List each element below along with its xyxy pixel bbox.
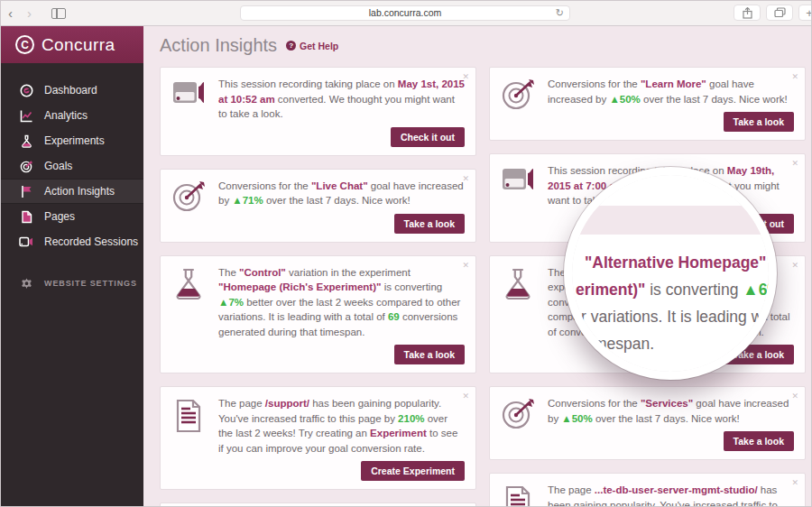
metric-up: ▲50% <box>561 413 592 424</box>
session-recording-icon <box>501 163 548 234</box>
close-icon[interactable]: ✕ <box>462 261 469 270</box>
text: Conversions for the <box>548 398 641 409</box>
recorded-sessions-icon <box>19 235 33 249</box>
card-action-button[interactable]: Take a look <box>394 214 465 234</box>
inline-link[interactable]: "Services" <box>641 398 693 409</box>
insight-text: Conversions for the "Live Chat" goal hav… <box>218 179 465 208</box>
sidebar-item-recorded-sessions[interactable]: Recorded Sessions <box>1 229 143 254</box>
inline-link[interactable]: "Control" <box>239 267 286 278</box>
text: imespan. <box>590 335 654 353</box>
sidebar-item-label: Pages <box>44 210 75 223</box>
new-tab-icon[interactable]: + <box>798 5 812 21</box>
insight-text: This session recording taking place on M… <box>218 77 465 122</box>
text: Conversions for the <box>218 180 311 191</box>
metric-up: 69 <box>388 311 400 322</box>
text: r variations. It is leading with a total… <box>581 308 769 326</box>
close-icon[interactable]: ✕ <box>791 478 798 487</box>
inline-link[interactable]: Experiment <box>370 428 427 438</box>
sidebar-item-pages[interactable]: Pages <box>1 204 143 229</box>
insight-text: Conversions for the "Services" goal have… <box>548 396 794 426</box>
address-bar[interactable]: lab.concurra.com ↻ <box>240 5 570 21</box>
page-doc-icon <box>171 396 218 481</box>
browser-window: ‹ › lab.concurra.com ↻ + C Concurra Dash… <box>0 0 812 507</box>
sidebar: C Concurra DashboardAnalyticsExperiments… <box>1 26 143 507</box>
magnifier-lens: "Alternative Homepage" variation in teri… <box>564 167 777 380</box>
insights-column-left: ✕This session recording taking place on … <box>160 67 476 507</box>
text: is converting <box>645 281 743 299</box>
inline-link[interactable]: "Live Chat" <box>311 180 368 191</box>
sidebar-item-label: Recorded Sessions <box>44 235 138 248</box>
text: is converting <box>381 281 442 292</box>
sidebar-item-label: Goals <box>44 160 72 172</box>
text: variation in t <box>766 254 769 272</box>
close-icon[interactable]: ✕ <box>462 72 469 81</box>
experiment-flask-icon <box>501 265 548 365</box>
insight-text: The page /support/ has been gaining popu… <box>218 396 465 456</box>
experiments-icon <box>19 134 33 148</box>
sidebar-item-website-settings[interactable]: WEBSITE SETTINGS <box>1 271 143 296</box>
text: The <box>218 267 239 278</box>
metric-up: ▲71% <box>232 195 263 206</box>
get-help-label: Get Help <box>300 41 338 51</box>
close-icon[interactable]: ✕ <box>791 392 798 401</box>
pages-icon <box>19 209 33 224</box>
close-icon[interactable]: ✕ <box>791 261 798 270</box>
sidebar-item-action-insights[interactable]: Action Insights <box>1 179 143 204</box>
inline-link[interactable]: "Learn More" <box>641 78 706 89</box>
sidebar-item-goals[interactable]: Goals <box>1 153 143 179</box>
lens-magnified-text: "Alternative Homepage" variation in teri… <box>577 249 769 357</box>
goals-icon <box>19 159 33 173</box>
card-action-button[interactable]: Take a look <box>724 112 794 132</box>
lens-text-line: "Alternative Homepage" variation in t <box>585 249 769 276</box>
metric-up: ▲50% <box>609 94 640 105</box>
text: variation in the experiment <box>286 267 411 278</box>
sidebar-footer-label: WEBSITE SETTINGS <box>44 279 137 288</box>
page-doc-icon <box>501 483 548 507</box>
metric-up: ▲7% <box>218 297 244 308</box>
card-action-button[interactable]: Take a look <box>394 345 465 364</box>
close-icon[interactable]: ✕ <box>791 159 798 168</box>
inline-link[interactable]: "Alternative Homepage" <box>585 254 766 272</box>
inline-link[interactable]: /support/ <box>265 398 309 409</box>
card-action-button[interactable]: Take a look <box>724 431 794 451</box>
text: over the last 7 days. Nice work! <box>641 94 788 105</box>
text: over the last 7 days. Nice work! <box>263 195 411 206</box>
inline-link[interactable]: "Homepage (Rich's Experiment)" <box>218 281 381 292</box>
sidebar-item-label: Dashboard <box>44 84 97 97</box>
metric-up: ▲6% <box>743 281 769 299</box>
sidebar-item-dashboard[interactable]: Dashboard <box>1 78 143 103</box>
sidebar-toggle-icon[interactable] <box>51 8 66 19</box>
tab-overview-icon[interactable] <box>766 5 793 21</box>
card-action-button[interactable]: Create Experiment <box>361 461 465 481</box>
goal-target-icon <box>501 396 548 451</box>
get-help-link[interactable]: ? Get Help <box>286 41 338 51</box>
brand-logo-icon: C <box>15 35 34 54</box>
inline-link[interactable]: ...te-db-user-server-mgmt-studio/ <box>595 484 758 495</box>
share-icon[interactable] <box>734 5 761 21</box>
sidebar-item-experiments[interactable]: Experiments <box>1 128 143 153</box>
analytics-icon <box>19 108 33 123</box>
back-icon[interactable]: ‹ <box>1 6 20 20</box>
close-icon[interactable]: ✕ <box>791 72 798 81</box>
insight-card: ✕Conversions for the "Services" goal hav… <box>489 386 806 460</box>
page-title: Action Insights <box>160 35 277 56</box>
sidebar-item-label: Analytics <box>44 109 88 122</box>
insight-card: ✕Conversions for the "Learn More" goal h… <box>489 67 806 141</box>
goal-target-icon <box>171 179 218 234</box>
lens-card-gap <box>572 206 769 235</box>
insight-card: ✕The "Control" variation in the experime… <box>160 255 476 374</box>
brand-name: Concurra <box>42 35 115 55</box>
brand[interactable]: C Concurra <box>1 26 143 63</box>
inline-link[interactable]: eriment)" <box>576 281 645 299</box>
forward-icon[interactable]: › <box>20 6 39 20</box>
close-icon[interactable]: ✕ <box>462 392 469 401</box>
gear-icon <box>19 276 33 290</box>
close-icon[interactable]: ✕ <box>462 174 469 183</box>
sidebar-item-analytics[interactable]: Analytics <box>1 103 143 128</box>
insight-text: The "Control" variation in the experimen… <box>218 265 465 340</box>
reload-icon[interactable]: ↻ <box>556 6 564 20</box>
action-insights-icon <box>19 184 33 198</box>
card-action-button[interactable]: Check it out <box>391 127 465 147</box>
metric-up: 210% <box>398 413 424 424</box>
question-icon: ? <box>286 41 296 51</box>
